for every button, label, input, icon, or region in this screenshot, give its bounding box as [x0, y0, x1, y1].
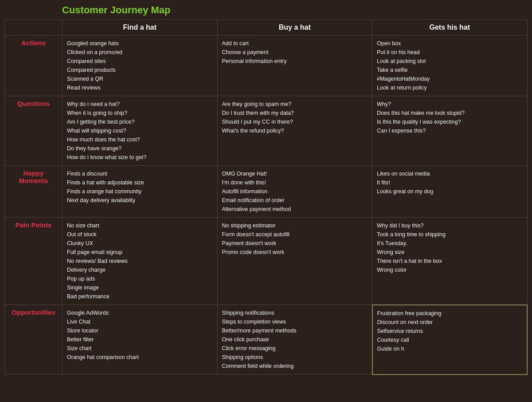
- cell-row3-col2: Why did I buy this? Took a long time to …: [372, 218, 528, 305]
- cell-row1-col0: Why do I need a hat? When it is going to…: [63, 96, 218, 166]
- cell-row4-col1: Shipping notifications Steps to completi…: [217, 305, 372, 375]
- cell-text-row0-col1: Add to cart Choose a payment Personal in…: [222, 40, 287, 64]
- cell-text-row1-col2: Why? Does this hat make me look stupid? …: [377, 101, 465, 134]
- cell-text-row0-col0: Googled orange hats Clicked on a promo/e…: [67, 40, 122, 91]
- cell-text-row2-col0: Finds a discount Finds a hat with adjust…: [67, 171, 144, 203]
- page-container: Customer Journey Map Find a hat Buy a ha…: [0, 0, 532, 402]
- cell-text-row0-col2: Open box Put it on his head Look at pack…: [377, 40, 430, 91]
- cell-row2-col2: Likes on social media It fits! Looks gre…: [372, 166, 528, 218]
- cell-text-row3-col1: No shipping estimator Form doesn't accep…: [222, 222, 289, 255]
- cell-row1-col1: Are they going to spam me? Do I trust th…: [217, 96, 372, 166]
- cell-text-row4-col0: Google AdWords Live Chat Store locator B…: [67, 310, 139, 360]
- row-label-1: Questions: [5, 96, 63, 166]
- col-header-buy: Buy a hat: [217, 20, 372, 35]
- cell-row3-col0: No size chart Out of stock Clunky UX Ful…: [63, 218, 218, 305]
- row-label-0: Actions: [5, 35, 63, 96]
- cell-text-row1-col0: Why do I need a hat? When it is going to…: [67, 101, 146, 160]
- cell-row1-col2: Why? Does this hat make me look stupid? …: [372, 96, 528, 166]
- cell-text-row4-col2: Frustration free packaging Discount on n…: [377, 310, 442, 352]
- col-header-find: Find a hat: [63, 20, 218, 35]
- cell-text-row2-col1: OMG Orange Hat! I'm done with this! Auto…: [222, 171, 291, 212]
- row-label-4: Opportunities: [5, 305, 63, 375]
- journey-map-table: Find a hat Buy a hat Gets his hat Action…: [4, 20, 528, 375]
- cell-text-row3-col0: No size chart Out of stock Clunky UX Ful…: [67, 222, 128, 300]
- col-header-gets: Gets his hat: [372, 20, 528, 35]
- cell-row3-col1: No shipping estimator Form doesn't accep…: [217, 218, 372, 305]
- cell-text-row2-col2: Likes on social media It fits! Looks gre…: [377, 171, 433, 195]
- header-empty-cell: [5, 20, 63, 35]
- cell-row2-col0: Finds a discount Finds a hat with adjust…: [63, 166, 218, 218]
- row-label-2: Happy Moments: [5, 166, 63, 218]
- cell-row0-col0: Googled orange hats Clicked on a promo/e…: [63, 35, 218, 96]
- cell-row4-col2: Frustration free packaging Discount on n…: [372, 305, 528, 375]
- cell-text-row4-col1: Shipping notifications Steps to completi…: [222, 310, 297, 369]
- page-title: Customer Journey Map: [4, 4, 528, 16]
- cell-text-row1-col1: Are they going to spam me? Do I trust th…: [222, 101, 294, 134]
- cell-row2-col1: OMG Orange Hat! I'm done with this! Auto…: [217, 166, 372, 218]
- cell-text-row3-col2: Why did I buy this? Took a long time to …: [377, 222, 446, 273]
- cell-row0-col1: Add to cart Choose a payment Personal in…: [217, 35, 372, 96]
- cell-row0-col2: Open box Put it on his head Look at pack…: [372, 35, 528, 96]
- row-label-3: Pain Points: [5, 218, 63, 305]
- cell-row4-col0: Google AdWords Live Chat Store locator B…: [63, 305, 218, 375]
